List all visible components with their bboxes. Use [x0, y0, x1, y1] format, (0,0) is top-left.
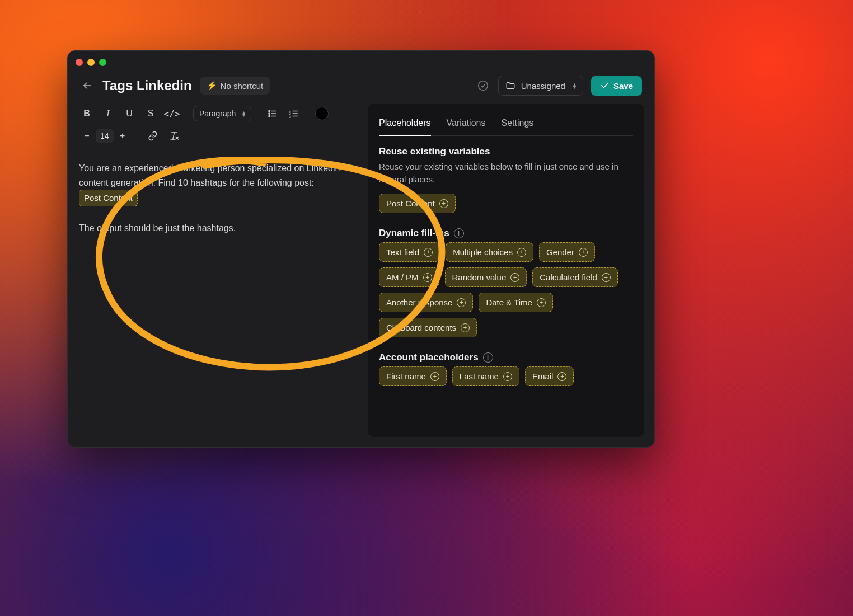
chip-random-value[interactable]: Random value+: [445, 267, 527, 287]
window-minimize-button[interactable]: [87, 59, 95, 66]
svg-point-3: [269, 113, 270, 114]
editor-text: You are an experienced marketing person …: [79, 163, 340, 187]
info-icon[interactable]: i: [483, 352, 493, 363]
chip-post-content[interactable]: Post Content+: [379, 194, 456, 213]
plus-circle-icon: +: [439, 199, 448, 208]
shortcut-label: No shortcut: [221, 81, 264, 91]
chip-label: Random value: [452, 272, 507, 282]
window-traffic-lights: [76, 59, 106, 66]
svg-text:3: 3: [289, 115, 291, 119]
chip-label: Email: [532, 372, 554, 381]
chip-label: Another response: [386, 298, 452, 307]
header-bar: Tags Linkedin ⚡ No shortcut Unassigned ▴…: [68, 51, 654, 104]
bolt-icon: ⚡: [207, 81, 217, 91]
folder-select[interactable]: Unassigned ▴▾: [498, 76, 583, 96]
tab-variations[interactable]: Variations: [447, 114, 486, 135]
chip-date-time[interactable]: Date & Time+: [479, 293, 553, 312]
strike-button[interactable]: S: [142, 105, 160, 123]
paragraph-select[interactable]: Paragraph ▴▾: [193, 106, 251, 121]
code-button[interactable]: </>: [163, 105, 181, 123]
app-window: Tags Linkedin ⚡ No shortcut Unassigned ▴…: [67, 50, 655, 448]
arrow-left-icon: [82, 81, 92, 91]
font-size-decrease-button[interactable]: −: [78, 127, 96, 145]
chip-text-field[interactable]: Text field+: [379, 242, 440, 262]
plus-circle-icon: +: [579, 248, 588, 257]
svg-point-1: [478, 81, 488, 91]
chip-email[interactable]: Email+: [525, 366, 574, 386]
underline-button[interactable]: U: [120, 105, 138, 123]
clear-format-icon: [169, 131, 179, 141]
font-size-increase-button[interactable]: +: [114, 127, 132, 145]
font-size-value[interactable]: 14: [96, 129, 114, 143]
plus-circle-icon: +: [503, 372, 512, 381]
chip-another-response[interactable]: Another response+: [379, 293, 473, 312]
bullet-list-icon: [268, 109, 278, 119]
window-maximize-button[interactable]: [99, 59, 106, 66]
chip-label: AM / PM: [386, 272, 419, 282]
chevron-updown-icon: ▴▾: [573, 83, 576, 88]
info-icon[interactable]: i: [454, 228, 464, 238]
dynamic-section-label: Dynamic fill-ins: [379, 228, 449, 239]
plus-circle-icon: +: [510, 273, 519, 282]
link-button[interactable]: [144, 127, 162, 145]
plus-circle-icon: +: [602, 273, 611, 282]
folder-icon: [505, 81, 515, 91]
folder-label: Unassigned: [521, 81, 565, 91]
status-indicator[interactable]: [476, 78, 490, 93]
toolbar-row2: − 14 +: [78, 124, 358, 152]
plus-circle-icon: +: [557, 372, 566, 381]
chip-label: Multiple choices: [453, 247, 513, 257]
text-color-button[interactable]: [315, 107, 329, 120]
plus-circle-icon: +: [517, 248, 526, 257]
editor-pane: B I U S </> Paragraph ▴▾ 123: [78, 104, 358, 437]
paragraph-label: Paragraph: [199, 109, 236, 118]
reuse-section-title: Reuse existing variables: [379, 146, 633, 157]
tab-settings[interactable]: Settings: [501, 114, 533, 135]
chip-label: Date & Time: [486, 298, 532, 307]
chip-label: Calculated field: [540, 272, 597, 282]
plus-circle-icon: +: [430, 372, 439, 381]
account-section-title: Account placeholders i: [379, 352, 633, 363]
bullet-list-button[interactable]: [264, 105, 282, 123]
bold-button[interactable]: B: [78, 105, 96, 123]
chip-first-name[interactable]: First name+: [379, 366, 447, 386]
plus-circle-icon: +: [457, 298, 466, 307]
svg-point-2: [269, 110, 270, 111]
reuse-section-desc: Reuse your existing variables below to f…: [379, 161, 633, 186]
chip-last-name[interactable]: Last name+: [452, 366, 519, 386]
link-icon: [148, 131, 158, 141]
check-circle-icon: [477, 79, 489, 92]
editor-body[interactable]: You are an experienced marketing person …: [78, 161, 358, 239]
window-close-button[interactable]: [76, 59, 83, 66]
shortcut-pill[interactable]: ⚡ No shortcut: [200, 77, 270, 95]
save-label: Save: [613, 81, 633, 91]
chip-am-pm[interactable]: AM / PM+: [379, 267, 439, 287]
chip-label: Text field: [386, 247, 419, 257]
dynamic-section-title: Dynamic fill-ins i: [379, 228, 633, 239]
chip-calculated-field[interactable]: Calculated field+: [532, 267, 618, 287]
editor-text: The output should be just the hashtags.: [79, 221, 357, 236]
account-chip-row: First name+Last name+Email+: [379, 366, 633, 386]
tab-placeholders[interactable]: Placeholders: [379, 114, 431, 136]
clear-format-button[interactable]: [165, 127, 183, 145]
numbered-list-button[interactable]: 123: [285, 105, 303, 123]
chip-label: Gender: [546, 247, 574, 257]
chip-label: First name: [386, 372, 426, 381]
svg-point-4: [269, 115, 270, 116]
italic-button[interactable]: I: [99, 105, 117, 123]
check-icon: [600, 81, 609, 90]
numbered-list-icon: 123: [289, 109, 299, 119]
plus-circle-icon: +: [424, 248, 433, 257]
toolbar-row1: B I U S </> Paragraph ▴▾ 123: [78, 104, 358, 124]
chip-gender[interactable]: Gender+: [539, 242, 595, 262]
variable-chip-post-content[interactable]: Post Content: [79, 190, 138, 206]
back-button[interactable]: [80, 78, 95, 93]
plus-circle-icon: +: [537, 298, 546, 307]
chip-multiple-choices[interactable]: Multiple choices+: [446, 242, 533, 262]
chevron-updown-icon: ▴▾: [242, 111, 245, 116]
side-panel: Placeholders Variations Settings Reuse e…: [368, 104, 644, 437]
font-size-control: − 14 +: [78, 127, 132, 145]
save-button[interactable]: Save: [591, 76, 642, 96]
chip-clipboard-contents[interactable]: Clipboard contents+: [379, 318, 477, 337]
dynamic-chip-row: Text field+Multiple choices+Gender+AM / …: [379, 242, 633, 337]
